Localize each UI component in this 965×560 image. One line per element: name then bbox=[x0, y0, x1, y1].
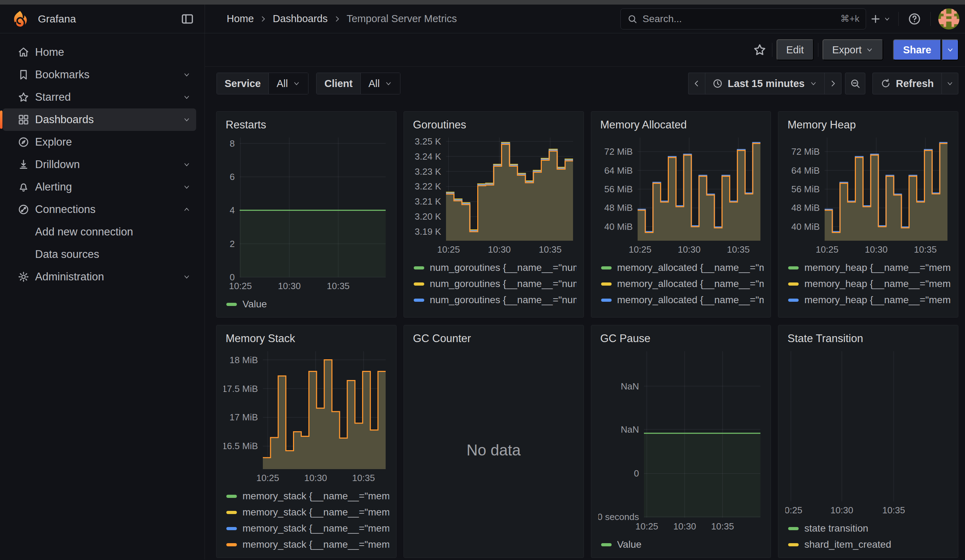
client-filter: Client All bbox=[316, 73, 401, 95]
sidebar-item-bookmarks[interactable]: Bookmarks bbox=[3, 64, 196, 86]
legend-item[interactable]: memory_allocated {__name__="memc bbox=[598, 260, 764, 276]
legend-item[interactable]: num_goroutines {__name__="num_go bbox=[411, 292, 577, 308]
legend-swatch bbox=[226, 543, 237, 546]
time-back-button[interactable] bbox=[688, 73, 705, 95]
panel-viz[interactable]: 10:2510:3010:353.25 K3.24 K3.23 K3.22 K3… bbox=[411, 134, 577, 257]
legend-item[interactable]: shard_item_created bbox=[785, 537, 951, 553]
search-box[interactable]: ⌘+k bbox=[620, 8, 866, 29]
bell-icon bbox=[18, 181, 29, 193]
sidebar-item-home[interactable]: Home bbox=[3, 41, 196, 64]
search-icon bbox=[627, 14, 638, 24]
legend-item[interactable]: memory_heap {__name__="memory_h bbox=[785, 276, 951, 292]
chevron-down-icon bbox=[946, 46, 954, 54]
service-filter-value[interactable]: All bbox=[269, 73, 308, 94]
sidebar-item-label: Add new connection bbox=[35, 225, 133, 238]
legend-item[interactable]: memory_heap {__name__="memory_h bbox=[785, 260, 951, 276]
svg-text:10:25: 10:25 bbox=[635, 521, 658, 532]
sidebar-item-chevron[interactable] bbox=[183, 183, 191, 191]
service-filter-selected: All bbox=[276, 78, 288, 90]
refresh-button[interactable]: Refresh bbox=[872, 73, 942, 95]
sidebar-item-alerting[interactable]: Alerting bbox=[3, 176, 196, 198]
panel-viz[interactable]: 10:2510:3010:35NaNNaN00 seconds bbox=[598, 348, 764, 534]
legend-swatch bbox=[226, 303, 237, 306]
service-filter-label: Service bbox=[217, 73, 269, 94]
sidebar-item-drilldown[interactable]: Drilldown bbox=[3, 153, 196, 176]
sidebar-item-chevron[interactable] bbox=[183, 206, 191, 213]
sidebar-item-explore[interactable]: Explore bbox=[3, 131, 196, 153]
panel-viz[interactable]: 10:2510:3010:3518 MiB17.5 MiB17 MiB16.5 … bbox=[224, 348, 389, 485]
user-avatar[interactable] bbox=[938, 8, 959, 29]
favorite-button[interactable] bbox=[752, 39, 768, 60]
panel-viz[interactable]: 10:2510:3010:3572 MiB64 MiB56 MiB48 MiB4… bbox=[785, 134, 951, 257]
sidebar-item-label: Connections bbox=[35, 203, 95, 216]
panel-title[interactable]: Memory Stack bbox=[226, 332, 389, 345]
share-button[interactable]: Share bbox=[893, 39, 941, 60]
sidebar-item-dashboards[interactable]: Dashboards bbox=[3, 108, 196, 131]
breadcrumb-current: Temporal Server Metrics bbox=[347, 13, 457, 24]
help-button[interactable] bbox=[906, 8, 922, 29]
svg-text:3.19 K: 3.19 K bbox=[415, 226, 442, 237]
sidebar-item-connections[interactable]: Connections bbox=[3, 198, 196, 221]
breadcrumb-dashboards[interactable]: Dashboards bbox=[273, 13, 327, 24]
legend-item[interactable]: Value bbox=[598, 537, 764, 553]
sidebar-item-chevron[interactable] bbox=[183, 161, 191, 168]
panel-title[interactable]: State Transition bbox=[787, 332, 951, 345]
sidebar-item-chevron[interactable] bbox=[183, 71, 191, 78]
legend-item[interactable]: Value bbox=[224, 296, 389, 312]
sidebar-item-chevron[interactable] bbox=[183, 116, 191, 124]
search-input[interactable] bbox=[643, 13, 836, 24]
search-shortcut: ⌘+k bbox=[841, 13, 859, 24]
panel-title[interactable]: Memory Allocated bbox=[600, 119, 764, 131]
refresh-interval-button[interactable] bbox=[942, 73, 958, 95]
client-filter-value[interactable]: All bbox=[361, 73, 400, 94]
chevron-down-icon bbox=[183, 161, 191, 168]
share-menu-button[interactable] bbox=[942, 39, 959, 60]
svg-text:NaN: NaN bbox=[620, 424, 639, 435]
sidebar-item-chevron[interactable] bbox=[183, 93, 191, 101]
legend-item[interactable]: num_goroutines {__name__="num_go bbox=[411, 260, 577, 276]
sidebar-item-data-sources[interactable]: Data sources bbox=[3, 243, 196, 266]
legend-item[interactable]: num_goroutines {__name__="num_go bbox=[411, 276, 577, 292]
breadcrumb-home[interactable]: Home bbox=[227, 13, 254, 24]
top-nav: Grafana Home Dashboards Temporal Server … bbox=[0, 5, 965, 33]
sidebar-item-add-new-connection[interactable]: Add new connection bbox=[3, 221, 196, 243]
legend-item[interactable]: memory_heap {__name__="memory_h bbox=[785, 292, 951, 308]
svg-text:56 MiB: 56 MiB bbox=[604, 184, 633, 194]
zoom-out-button[interactable] bbox=[845, 73, 865, 95]
dashboard-toolbar: Edit Export Share bbox=[205, 33, 965, 67]
panel-title[interactable]: Goroutines bbox=[413, 119, 577, 131]
svg-text:10:25: 10:25 bbox=[816, 244, 839, 255]
legend-item[interactable]: num_goroutines {__name__="num_go bbox=[411, 308, 577, 312]
legend-item[interactable]: memory_heap {__name__="memory_h bbox=[785, 308, 951, 312]
sidebar-item-starred[interactable]: Starred bbox=[3, 86, 196, 108]
legend-item[interactable]: memory_allocated {__name__="memc bbox=[598, 308, 764, 312]
panel-viz[interactable]: 10:2510:3010:3572 MiB64 MiB56 MiB48 MiB4… bbox=[598, 134, 764, 257]
legend-item[interactable]: memory_stack {__name__="memory_s bbox=[224, 504, 389, 520]
panel-title[interactable]: GC Pause bbox=[600, 332, 764, 345]
collapse-sidebar-icon[interactable] bbox=[179, 8, 195, 29]
panel-title[interactable]: Memory Heap bbox=[787, 119, 951, 131]
time-forward-button[interactable] bbox=[824, 73, 841, 95]
export-button[interactable]: Export bbox=[823, 39, 883, 60]
sidebar-item-chevron[interactable] bbox=[183, 273, 191, 281]
panel-viz[interactable]: 10:2510:3010:3502468 bbox=[224, 134, 389, 293]
panel-title[interactable]: Restarts bbox=[226, 119, 389, 131]
chevron-down-icon bbox=[810, 80, 817, 87]
legend-item[interactable]: memory_allocated {__name__="memc bbox=[598, 276, 764, 292]
legend-label: num_goroutines {__name__="num_go bbox=[430, 278, 577, 289]
legend-item[interactable]: memory_stack {__name__="memory_s bbox=[224, 520, 389, 537]
panel-viz[interactable]: 10:2510:3010:35 bbox=[785, 348, 951, 518]
legend-item[interactable]: memory_stack {__name__="memory_s bbox=[224, 537, 389, 553]
legend-item[interactable]: state transition bbox=[785, 520, 951, 537]
drilldown-icon bbox=[18, 158, 29, 171]
panel-title[interactable]: GC Counter bbox=[413, 332, 577, 345]
time-range-picker[interactable]: Last 15 minutes bbox=[705, 73, 824, 95]
svg-text:16.5 MiB: 16.5 MiB bbox=[224, 441, 258, 451]
legend-item[interactable]: memory_allocated {__name__="memc bbox=[598, 292, 764, 308]
sidebar-item-administration[interactable]: Administration bbox=[3, 266, 196, 288]
legend-item[interactable]: memory_stack {__name__="memory_s bbox=[224, 488, 389, 504]
add-button[interactable] bbox=[870, 8, 891, 29]
edit-button[interactable]: Edit bbox=[777, 39, 814, 60]
sidebar-item-label: Drilldown bbox=[35, 158, 80, 171]
panel-viz[interactable]: No data bbox=[411, 348, 577, 553]
